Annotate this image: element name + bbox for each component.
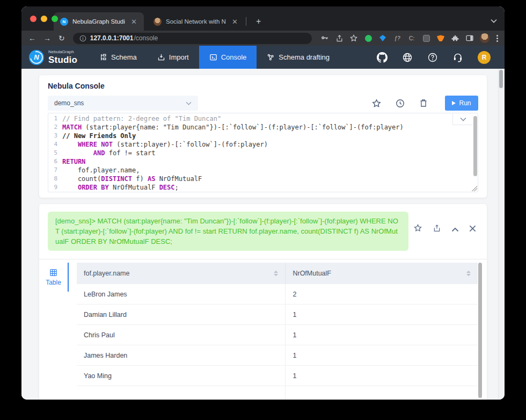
close-result-icon[interactable] bbox=[469, 225, 476, 234]
graph-space-select[interactable]: demo_sns bbox=[48, 96, 198, 111]
password-key-icon[interactable] bbox=[320, 34, 329, 42]
browser-tab-social-network[interactable]: Social Network with NebulaGra ✕ bbox=[147, 12, 245, 31]
nav-item-console[interactable]: Console bbox=[199, 46, 257, 69]
table-row: James Harden1 bbox=[77, 345, 478, 366]
run-label: Run bbox=[459, 99, 471, 107]
query-code-editor[interactable]: 1// Find pattern: 2-degree of "Tim Dunca… bbox=[48, 113, 478, 192]
collapse-up-icon[interactable] bbox=[451, 225, 459, 234]
column-header[interactable]: NrOfMutualF bbox=[285, 263, 478, 284]
sort-icon[interactable] bbox=[274, 271, 278, 276]
code-line: 5 AND fof != start bbox=[48, 149, 478, 157]
minimize-window-button[interactable] bbox=[41, 16, 47, 22]
code-line: 4 WHERE NOT (start:player)-[:`follow`]-(… bbox=[48, 140, 478, 149]
nav-label: Schema drafting bbox=[279, 53, 330, 61]
help-icon[interactable] bbox=[427, 52, 438, 63]
nav-label: Import bbox=[169, 53, 189, 61]
result-view-tabs: Table bbox=[39, 263, 69, 400]
forward-button[interactable]: → bbox=[42, 34, 53, 42]
browser-toolbar: ← → ↻ 127.0.0.1:7001 /console ƒ? C: bbox=[21, 31, 505, 46]
column-header[interactable]: fof.player.name bbox=[77, 263, 285, 284]
logo-text-small: NebulaGraph bbox=[48, 50, 77, 54]
bookmark-star-icon[interactable] bbox=[349, 34, 358, 42]
code-line: 8 count(DISTINCT f) AS NrOfMutualF bbox=[48, 175, 478, 183]
browser-profile-avatar[interactable] bbox=[480, 33, 490, 43]
maximize-window-button[interactable] bbox=[52, 16, 58, 22]
table-scrollbar-thumb[interactable] bbox=[478, 263, 482, 398]
nav-item-schema[interactable]: Schema bbox=[89, 46, 147, 69]
page-scrollbar-thumb[interactable] bbox=[499, 70, 503, 88]
extension-dark-icon[interactable] bbox=[422, 34, 430, 42]
tab-title: Social Network with NebulaGra bbox=[166, 18, 226, 25]
console-icon bbox=[209, 53, 217, 61]
browser-tab-nebulagraph-studio[interactable]: N NebulaGraph Studio ✕ bbox=[54, 12, 144, 31]
nav-item-schema-drafting[interactable]: Schema drafting bbox=[257, 46, 340, 69]
import-icon bbox=[157, 53, 165, 61]
tab-close-icon[interactable]: ✕ bbox=[230, 18, 239, 26]
code-line: 1// Find pattern: 2-degree of "Tim Dunca… bbox=[48, 114, 478, 123]
extensions-puzzle-icon[interactable] bbox=[451, 34, 459, 42]
page-favicon bbox=[154, 18, 162, 26]
page-scrollbar[interactable] bbox=[498, 69, 504, 400]
tab-separator bbox=[246, 17, 246, 26]
favorite-star-icon[interactable] bbox=[371, 98, 382, 108]
editor-collapse-button[interactable] bbox=[452, 113, 473, 125]
extension-c-icon[interactable]: C: bbox=[407, 34, 416, 42]
graph-space-value: demo_sns bbox=[54, 99, 84, 107]
editor-resize-handle[interactable] bbox=[472, 186, 477, 191]
sidebar-toggle-icon[interactable] bbox=[465, 34, 474, 42]
nav-item-import[interactable]: Import bbox=[147, 46, 199, 69]
nebulagraph-studio-logo[interactable]: N NebulaGraph Studio bbox=[21, 46, 86, 69]
query-result-panel: [demo_sns]> MATCH (start:player{name: "T… bbox=[39, 204, 487, 400]
export-icon[interactable] bbox=[433, 224, 441, 235]
logo-text-big: Studio bbox=[48, 55, 77, 64]
table-cell: Chris Paul bbox=[77, 325, 285, 345]
table-rows: LeBron James2Damian Lillard1Chris Paul1J… bbox=[77, 284, 478, 400]
close-window-button[interactable] bbox=[30, 16, 36, 22]
result-header: [demo_sns]> MATCH (start:player{name: "T… bbox=[39, 204, 487, 259]
extension-metamask-fox-icon[interactable] bbox=[436, 34, 445, 42]
reload-button[interactable]: ↻ bbox=[57, 34, 67, 42]
view-tab-table[interactable]: Table bbox=[39, 263, 69, 292]
back-button[interactable]: ← bbox=[27, 34, 38, 42]
new-tab-button[interactable]: + bbox=[253, 17, 264, 26]
code-line: 6RETURN bbox=[48, 157, 478, 166]
table-cell: Yao Ming bbox=[77, 366, 285, 386]
table-row: Chris Paul1 bbox=[77, 325, 478, 345]
editor-scrollbar-thumb[interactable] bbox=[473, 116, 477, 176]
code-line: 3// New Friends Only bbox=[48, 132, 478, 140]
chevron-down-icon bbox=[460, 117, 466, 121]
table-cell: 1 bbox=[285, 305, 478, 324]
nav-label: Schema bbox=[111, 53, 137, 61]
table-cell: 1 bbox=[285, 325, 478, 345]
column-header-label: NrOfMutualF bbox=[293, 270, 331, 277]
support-headset-icon[interactable] bbox=[452, 52, 463, 63]
table-cell: 2 bbox=[285, 284, 478, 304]
console-controls: demo_sns Run bbox=[48, 96, 478, 111]
schema-icon bbox=[99, 53, 107, 61]
site-info-icon[interactable] bbox=[79, 35, 86, 42]
tab-close-icon[interactable]: ✕ bbox=[129, 18, 138, 26]
favorite-star-icon[interactable] bbox=[413, 223, 422, 235]
extension-fn-icon[interactable]: ƒ? bbox=[393, 34, 401, 42]
nebulagraph-favicon: N bbox=[60, 18, 68, 26]
nebula-console-panel: Nebula Console demo_sns bbox=[39, 75, 487, 198]
url-bar[interactable]: 127.0.0.1:7001 /console bbox=[73, 33, 312, 44]
extension-evernote-icon[interactable] bbox=[364, 34, 372, 42]
history-clock-icon[interactable] bbox=[395, 98, 405, 108]
result-body: Table fof.player.name NrOfMutualF bbox=[39, 259, 487, 400]
table-cell: Damian Lillard bbox=[77, 305, 285, 324]
studio-header: N NebulaGraph Studio Schema Import Conso… bbox=[21, 46, 505, 69]
extension-gem-icon[interactable] bbox=[378, 34, 387, 42]
user-avatar[interactable]: R bbox=[478, 51, 491, 64]
table-row: Damian Lillard1 bbox=[77, 305, 478, 325]
github-icon[interactable] bbox=[377, 52, 388, 63]
table-row-partial bbox=[77, 386, 478, 400]
clear-trash-icon[interactable] bbox=[419, 98, 428, 108]
language-globe-icon[interactable] bbox=[402, 52, 413, 63]
sort-icon[interactable] bbox=[466, 271, 471, 276]
run-button[interactable]: Run bbox=[445, 96, 478, 111]
browser-menu-kebab-icon[interactable] bbox=[495, 35, 499, 42]
share-icon[interactable] bbox=[335, 34, 344, 42]
header-actions: R bbox=[377, 46, 505, 69]
tab-search-chevron-icon[interactable] bbox=[491, 16, 497, 25]
